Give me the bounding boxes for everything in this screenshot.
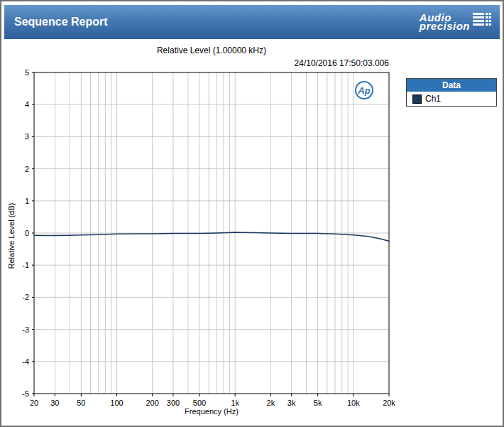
- sequence-report-window: Sequence Report Audio precision Relative…: [0, 0, 504, 427]
- svg-text:1: 1: [25, 197, 29, 205]
- svg-text:-5: -5: [22, 389, 29, 398]
- chart-timestamp: 24/10/2016 17:50:03.006: [34, 58, 389, 68]
- svg-text:2: 2: [25, 165, 29, 173]
- svg-text:500: 500: [193, 399, 206, 407]
- ap-logo-icon: Ap: [355, 81, 373, 99]
- svg-text:4: 4: [25, 100, 29, 109]
- svg-text:300: 300: [167, 399, 180, 407]
- logo-word-precision: precision: [420, 21, 470, 31]
- svg-text:3k: 3k: [287, 399, 296, 407]
- frequency-response-plot: -5-4-3-2-10123452030501002003005001k2k3k…: [6, 70, 400, 412]
- legend-header: Data: [407, 79, 496, 92]
- svg-text:-2: -2: [22, 293, 29, 301]
- legend-item-label: Ch1: [425, 94, 441, 104]
- svg-text:3: 3: [25, 132, 29, 141]
- svg-text:0: 0: [25, 229, 29, 237]
- svg-text:-4: -4: [22, 357, 29, 366]
- svg-text:20: 20: [30, 399, 38, 407]
- svg-text:5: 5: [25, 70, 29, 77]
- svg-text:50: 50: [77, 399, 85, 407]
- audio-precision-logo: Audio precision: [420, 13, 500, 31]
- legend-swatch: [412, 94, 422, 104]
- chart-title: Relative Level (1.00000 kHz): [34, 45, 389, 55]
- logo-text: Audio precision: [420, 13, 470, 31]
- legend: Data Ch1: [406, 78, 497, 107]
- report-header: Sequence Report Audio precision: [4, 5, 500, 39]
- page-title: Sequence Report: [4, 16, 108, 28]
- legend-item: Ch1: [407, 92, 496, 106]
- svg-text:1k: 1k: [231, 399, 239, 407]
- svg-text:-1: -1: [22, 261, 29, 269]
- svg-text:5k: 5k: [314, 399, 322, 407]
- svg-text:20k: 20k: [383, 399, 395, 407]
- svg-text:100: 100: [110, 399, 123, 407]
- svg-text:30: 30: [50, 399, 59, 407]
- logo-bars-icon: [473, 13, 491, 26]
- svg-text:-3: -3: [22, 325, 29, 334]
- svg-text:200: 200: [146, 399, 158, 407]
- svg-text:2k: 2k: [267, 399, 275, 407]
- legend-items: Ch1: [407, 92, 496, 106]
- x-axis-label: Frequency (Hz): [34, 407, 389, 416]
- svg-text:10k: 10k: [347, 399, 360, 407]
